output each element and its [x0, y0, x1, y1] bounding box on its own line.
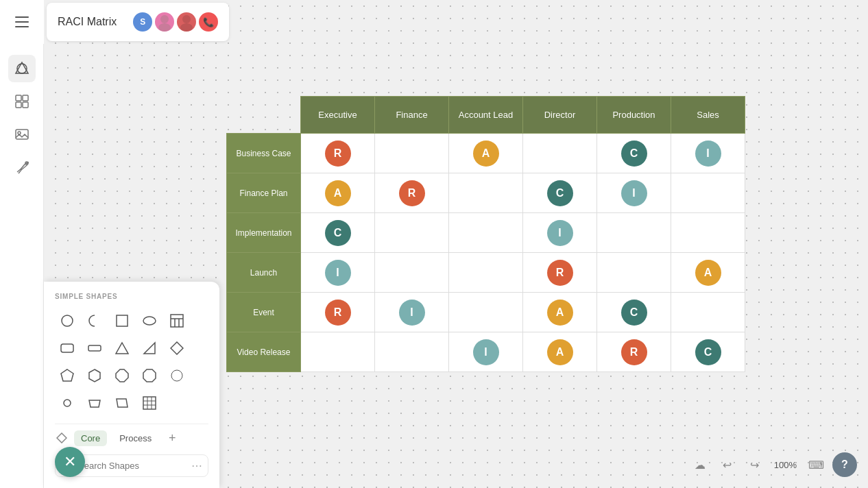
shape-rect-wide[interactable]: [82, 336, 107, 361]
undo-icon[interactable]: ↩: [716, 454, 738, 476]
shape-trapezoid[interactable]: [82, 391, 107, 415]
shape-parallelogram[interactable]: [110, 391, 134, 415]
svg-rect-6: [16, 95, 21, 101]
matrix-cell[interactable]: [597, 253, 671, 293]
matrix-cell[interactable]: A: [523, 332, 597, 372]
shape-diamond[interactable]: [165, 336, 189, 361]
matrix-cell[interactable]: [449, 173, 523, 213]
shape-rect-round[interactable]: [55, 336, 80, 361]
shape-pentagon[interactable]: [55, 363, 80, 388]
matrix-cell[interactable]: C: [671, 332, 745, 372]
svg-point-1: [158, 23, 171, 32]
svg-marker-26: [89, 369, 100, 382]
matrix-cell[interactable]: R: [523, 253, 597, 293]
shape-octagon[interactable]: [137, 363, 162, 388]
sidebar-image-button[interactable]: [8, 121, 36, 148]
raci-badge-c: C: [325, 220, 351, 246]
shape-circle-sm[interactable]: [55, 391, 80, 415]
fab-close[interactable]: ✕: [55, 447, 85, 477]
matrix-cell[interactable]: [597, 213, 671, 253]
matrix-cell[interactable]: C: [523, 173, 597, 213]
tab-add-button[interactable]: +: [164, 430, 180, 446]
matrix-cell[interactable]: [375, 213, 449, 253]
matrix-cell[interactable]: [449, 213, 523, 253]
matrix-cell[interactable]: R: [375, 173, 449, 213]
svg-marker-38: [57, 433, 67, 443]
svg-rect-8: [16, 102, 21, 108]
matrix-cell[interactable]: [671, 173, 745, 213]
matrix-cell[interactable]: C: [301, 213, 375, 253]
matrix-row: EventRIAC: [227, 293, 745, 332]
help-button[interactable]: ?: [832, 452, 857, 477]
matrix-cell[interactable]: C: [597, 134, 671, 173]
cloud-icon[interactable]: ☁: [689, 454, 711, 476]
matrix-cell[interactable]: [375, 134, 449, 173]
matrix-cell[interactable]: [375, 332, 449, 372]
search-more-icon[interactable]: ⋯: [191, 459, 202, 472]
raci-matrix: ExecutiveFinanceAccount LeadDirectorProd…: [226, 96, 745, 372]
menu-button[interactable]: [0, 0, 44, 44]
search-shapes-input[interactable]: [78, 461, 186, 471]
svg-point-15: [143, 317, 156, 325]
shapes-grid: [55, 308, 208, 415]
shape-table[interactable]: [165, 308, 189, 333]
matrix-cell[interactable]: A: [449, 134, 523, 173]
sidebar-draw-button[interactable]: [8, 154, 36, 181]
matrix-row-label: Finance Plan: [227, 173, 301, 213]
matrix-cell[interactable]: A: [523, 293, 597, 332]
matrix-cell[interactable]: I: [523, 213, 597, 253]
matrix-cell[interactable]: [671, 293, 745, 332]
tab-core[interactable]: Core: [74, 430, 107, 446]
avatar-red: [177, 12, 196, 32]
raci-badge-i: I: [695, 141, 721, 167]
matrix-cell[interactable]: [671, 213, 745, 253]
keyboard-icon[interactable]: ⌨: [805, 454, 827, 476]
matrix-cell[interactable]: [301, 332, 375, 372]
raci-badge-i: I: [621, 180, 647, 206]
shape-circle-thin[interactable]: [165, 363, 189, 388]
sidebar-grid-button[interactable]: [8, 88, 36, 115]
shapes-tab-icon[interactable]: [55, 431, 69, 445]
matrix-cell[interactable]: C: [597, 293, 671, 332]
hamburger-icon: [15, 16, 29, 27]
matrix-row: Finance PlanARCI: [227, 173, 745, 213]
matrix-cell[interactable]: I: [301, 253, 375, 293]
matrix-cell[interactable]: R: [301, 293, 375, 332]
shape-crescent[interactable]: [82, 308, 107, 333]
matrix-cell[interactable]: I: [671, 134, 745, 173]
shape-grid-small[interactable]: [137, 391, 162, 415]
matrix-cell[interactable]: R: [301, 134, 375, 173]
shape-tabs: Core Process +: [55, 424, 208, 446]
matrix-cell[interactable]: I: [597, 173, 671, 213]
matrix-cell[interactable]: [449, 293, 523, 332]
matrix-cell[interactable]: A: [671, 253, 745, 293]
shape-hexagon[interactable]: [82, 363, 107, 388]
redo-icon[interactable]: ↪: [744, 454, 766, 476]
svg-rect-21: [88, 345, 101, 351]
raci-badge-r: R: [325, 300, 351, 326]
svg-rect-33: [143, 397, 156, 409]
raci-badge-c: C: [621, 141, 647, 167]
sidebar-shapes-button[interactable]: [8, 55, 36, 82]
shape-triangle[interactable]: [110, 336, 134, 361]
matrix-cell[interactable]: [523, 134, 597, 173]
shape-octagon-small[interactable]: [110, 363, 134, 388]
call-icon[interactable]: 📞: [199, 12, 218, 32]
matrix-row-label: Implementation: [227, 213, 301, 253]
matrix-cell[interactable]: I: [449, 332, 523, 372]
matrix-cell[interactable]: A: [301, 173, 375, 213]
matrix-cell[interactable]: R: [597, 332, 671, 372]
svg-point-13: [62, 315, 73, 326]
raci-badge-r: R: [399, 180, 425, 206]
matrix-cell[interactable]: I: [375, 293, 449, 332]
matrix-cell[interactable]: [449, 253, 523, 293]
matrix-cell[interactable]: [375, 253, 449, 293]
shape-oval[interactable]: [137, 308, 162, 333]
svg-rect-14: [117, 315, 128, 326]
shape-circle[interactable]: [55, 308, 80, 333]
matrix-table: ExecutiveFinanceAccount LeadDirectorProd…: [226, 96, 745, 372]
tab-process[interactable]: Process: [112, 430, 158, 446]
shapes-section-label: SIMPLE SHAPES: [55, 293, 208, 300]
shape-square[interactable]: [110, 308, 134, 333]
shape-right-triangle[interactable]: [137, 336, 162, 361]
